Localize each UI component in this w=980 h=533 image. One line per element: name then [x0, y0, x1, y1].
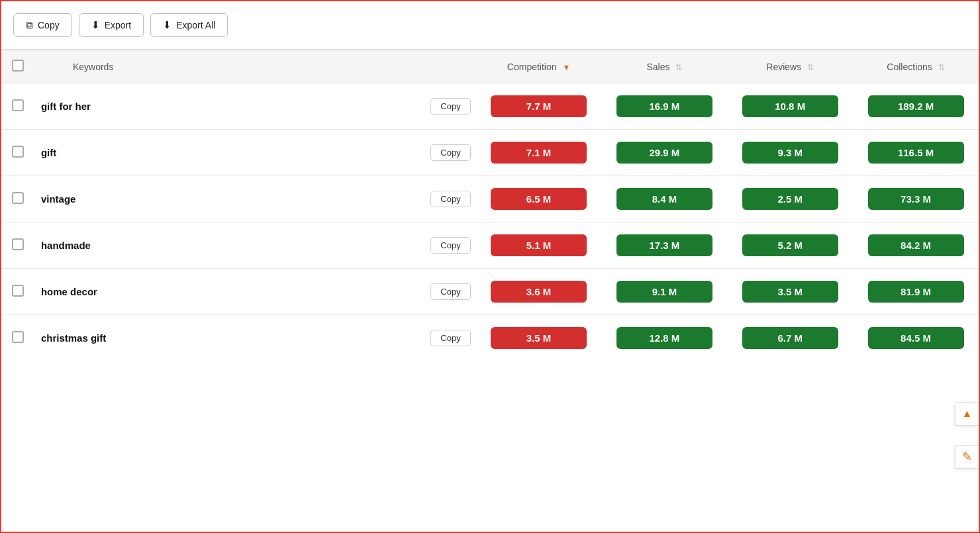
reviews-badge-3: 5.2 M	[742, 234, 838, 256]
collections-badge-5: 84.5 M	[868, 327, 964, 349]
toolbar: ⧉ Copy ⬇ Export ⬇ Export All	[1, 1, 979, 50]
row-sales-2: 8.4 M	[601, 176, 727, 222]
export-all-button[interactable]: ⬇ Export All	[150, 13, 228, 37]
row-sales-0: 16.9 M	[601, 83, 727, 130]
collections-badge-4: 81.9 M	[868, 281, 964, 303]
row-competition-2: 6.5 M	[476, 176, 602, 222]
row-keyword-1: gift	[34, 130, 416, 176]
export-label: Export	[105, 20, 131, 30]
row-copy-button-1[interactable]: Copy	[430, 144, 470, 161]
header-competition[interactable]: Competition ▼	[476, 50, 602, 83]
row-collections-2: 73.3 M	[853, 176, 979, 222]
row-checkbox-1[interactable]	[12, 146, 24, 158]
row-copy-button-4[interactable]: Copy	[430, 283, 470, 300]
competition-sort-icon: ▼	[562, 63, 570, 72]
row-copy-cell-1: Copy	[416, 130, 476, 176]
header-copy-spacer	[416, 50, 476, 83]
export-button[interactable]: ⬇ Export	[79, 13, 144, 37]
header-checkbox[interactable]	[12, 60, 24, 72]
header-collections[interactable]: Collections ⇅	[853, 50, 979, 83]
export-all-icon: ⬇	[163, 19, 172, 31]
row-checkbox-2[interactable]	[12, 192, 24, 204]
row-copy-cell-5: Copy	[416, 315, 476, 362]
row-sales-4: 9.1 M	[601, 269, 727, 315]
row-copy-cell-2: Copy	[416, 176, 476, 222]
app-container: ⧉ Copy ⬇ Export ⬇ Export All Keywords	[0, 0, 980, 533]
edit-icon: ✎	[962, 450, 972, 464]
collections-badge-2: 73.3 M	[868, 188, 964, 210]
row-checkbox-5[interactable]	[12, 331, 24, 343]
row-copy-button-2[interactable]: Copy	[430, 191, 470, 207]
row-keyword-4: home decor	[34, 269, 416, 315]
sales-sort-icon: ⇅	[675, 63, 682, 72]
reviews-badge-5: 6.7 M	[742, 327, 838, 349]
row-checkbox-0[interactable]	[12, 99, 24, 111]
table-row: christmas gift Copy 3.5 M 12.8 M 6.7 M 8…	[1, 315, 979, 362]
row-checkbox-4[interactable]	[12, 285, 24, 297]
keywords-table: Keywords Competition ▼ Sales ⇅ Reviews ⇅	[1, 50, 979, 361]
collections-badge-1: 116.5 M	[868, 142, 964, 164]
row-competition-4: 3.6 M	[476, 269, 602, 315]
sales-badge-5: 12.8 M	[616, 327, 712, 349]
reviews-badge-0: 10.8 M	[742, 95, 838, 117]
table-row: gift Copy 7.1 M 29.9 M 9.3 M 116.5 M	[1, 130, 979, 176]
copy-label: Copy	[38, 20, 60, 30]
sales-badge-3: 17.3 M	[616, 234, 712, 256]
row-reviews-3: 5.2 M	[727, 222, 853, 269]
reviews-badge-2: 2.5 M	[742, 188, 838, 210]
row-keyword-2: vintage	[34, 176, 416, 222]
competition-badge-3: 5.1 M	[491, 234, 587, 256]
reviews-badge-4: 3.5 M	[742, 281, 838, 303]
row-check-0	[1, 83, 34, 130]
header-keywords: Keywords	[34, 50, 416, 83]
collections-sort-icon: ⇅	[938, 63, 945, 72]
competition-badge-5: 3.5 M	[491, 327, 587, 349]
row-sales-3: 17.3 M	[601, 222, 727, 269]
row-competition-3: 5.1 M	[476, 222, 602, 269]
copy-button[interactable]: ⧉ Copy	[13, 13, 72, 37]
collections-badge-3: 84.2 M	[868, 234, 964, 256]
header-reviews[interactable]: Reviews ⇅	[727, 50, 853, 83]
copy-icon: ⧉	[26, 19, 33, 31]
row-reviews-2: 2.5 M	[727, 176, 853, 222]
competition-badge-4: 3.6 M	[491, 281, 587, 303]
row-reviews-0: 10.8 M	[727, 83, 853, 130]
export-all-label: Export All	[176, 20, 215, 30]
competition-badge-1: 7.1 M	[491, 142, 587, 164]
competition-badge-0: 7.7 M	[491, 95, 587, 117]
row-competition-1: 7.1 M	[476, 130, 602, 176]
table-row: handmade Copy 5.1 M 17.3 M 5.2 M 84.2 M	[1, 222, 979, 269]
row-collections-1: 116.5 M	[853, 130, 979, 176]
header-check	[1, 50, 34, 83]
row-check-3	[1, 222, 34, 269]
row-checkbox-3[interactable]	[12, 238, 24, 250]
table-row: home decor Copy 3.6 M 9.1 M 3.5 M 81.9 M	[1, 269, 979, 315]
row-collections-3: 84.2 M	[853, 222, 979, 269]
export-icon: ⬇	[91, 19, 100, 31]
row-copy-cell-4: Copy	[416, 269, 476, 315]
collections-badge-0: 189.2 M	[868, 95, 964, 117]
row-copy-cell-0: Copy	[416, 83, 476, 130]
row-competition-0: 7.7 M	[476, 83, 602, 130]
row-keyword-5: christmas gift	[34, 315, 416, 362]
row-check-1	[1, 130, 34, 176]
row-collections-0: 189.2 M	[853, 83, 979, 130]
reviews-badge-1: 9.3 M	[742, 142, 838, 164]
row-copy-button-5[interactable]: Copy	[430, 330, 470, 346]
scroll-up-button[interactable]: ▲	[955, 402, 979, 426]
row-copy-cell-3: Copy	[416, 222, 476, 269]
row-keyword-3: handmade	[34, 222, 416, 269]
header-sales[interactable]: Sales ⇅	[601, 50, 727, 83]
row-copy-button-0[interactable]: Copy	[430, 98, 470, 115]
edit-button[interactable]: ✎	[955, 445, 979, 469]
row-copy-button-3[interactable]: Copy	[430, 237, 470, 254]
table-container: Keywords Competition ▼ Sales ⇅ Reviews ⇅	[1, 50, 979, 361]
sales-badge-1: 29.9 M	[616, 142, 712, 164]
table-row: gift for her Copy 7.7 M 16.9 M 10.8 M 18…	[1, 83, 979, 130]
row-reviews-5: 6.7 M	[727, 315, 853, 362]
row-collections-5: 84.5 M	[853, 315, 979, 362]
row-check-5	[1, 315, 34, 362]
row-sales-1: 29.9 M	[601, 130, 727, 176]
reviews-sort-icon: ⇅	[807, 63, 814, 72]
row-reviews-4: 3.5 M	[727, 269, 853, 315]
